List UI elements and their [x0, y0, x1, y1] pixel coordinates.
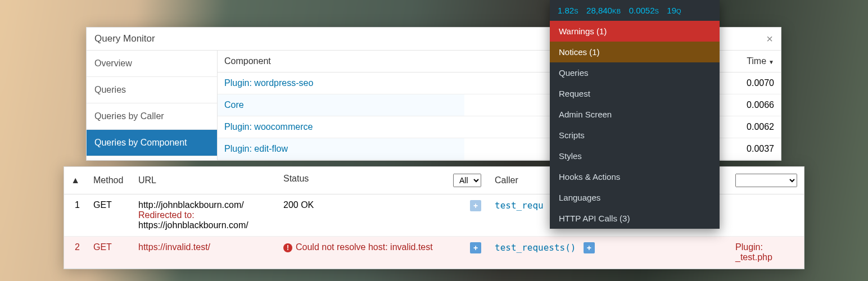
- adminbar-item[interactable]: Styles: [550, 146, 720, 166]
- cell-status: 200 OK +: [277, 194, 488, 237]
- col-time[interactable]: Time▼: [719, 51, 781, 72]
- sidebar-item-queries-by-component[interactable]: Queries by Component: [87, 130, 217, 156]
- component-link[interactable]: Core: [224, 100, 244, 110]
- expand-button[interactable]: +: [584, 242, 595, 253]
- cell-url: https://invalid.test/: [132, 237, 277, 269]
- status-text: Could not resolve host: invalid.test: [296, 242, 433, 252]
- col-sort[interactable]: ▲: [64, 167, 87, 194]
- stat-dbtime: 0.0052S: [629, 6, 659, 15]
- cell-time: 0.0037: [719, 138, 781, 160]
- cell-method: GET: [87, 237, 132, 269]
- sidebar-item-queries-by-caller[interactable]: Queries by Caller: [87, 103, 217, 130]
- cell-url: http://johnblackbourn.com/Redirected to:…: [132, 194, 277, 237]
- error-icon: !: [283, 243, 292, 252]
- component-filter-select[interactable]: [735, 174, 797, 187]
- cell-time: 0.0066: [719, 94, 781, 116]
- cell-time: 0.0062: [719, 116, 781, 138]
- sidebar-item-queries[interactable]: Queries: [87, 77, 217, 103]
- adminbar-item[interactable]: Warnings (1): [550, 21, 720, 42]
- panel-sidebar: Overview Queries Queries by Caller Queri…: [87, 51, 218, 160]
- col-method[interactable]: Method: [87, 167, 132, 194]
- adminbar-item[interactable]: Scripts: [550, 125, 720, 146]
- adminbar-item[interactable]: HTTP API Calls (3): [550, 208, 720, 229]
- col-status[interactable]: Status All: [277, 167, 488, 194]
- table-row: 2 GET https://invalid.test/ !Could not r…: [64, 237, 804, 269]
- component-link[interactable]: Plugin: edit-flow: [224, 144, 288, 153]
- expand-button[interactable]: +: [470, 242, 481, 253]
- stat-queries: 19Q: [667, 6, 681, 15]
- col-url[interactable]: URL: [132, 167, 277, 194]
- row-number: 1: [64, 194, 87, 237]
- row-number: 2: [64, 237, 87, 269]
- stat-time: 1.82S: [558, 6, 578, 15]
- cell-component: Plugin: _test.php: [729, 237, 804, 269]
- redirect-url: https://johnblackbourn.com/: [138, 220, 270, 230]
- adminbar-item[interactable]: Notices (1): [550, 42, 720, 62]
- stat-memory: 28,840KB: [586, 6, 621, 15]
- expand-button[interactable]: +: [470, 200, 481, 211]
- status-filter-select[interactable]: All: [453, 174, 481, 187]
- adminbar-item[interactable]: Request: [550, 83, 720, 104]
- sidebar-item-overview[interactable]: Overview: [87, 51, 217, 77]
- caller-fn[interactable]: test_requ: [495, 200, 544, 211]
- request-url: http://johnblackbourn.com/: [138, 200, 270, 210]
- component-link[interactable]: Plugin: woocommerce: [224, 122, 313, 132]
- close-icon[interactable]: ×: [766, 33, 773, 44]
- cell-status: !Could not resolve host: invalid.test +: [277, 237, 488, 269]
- redirect-label: Redirected to:: [138, 210, 270, 220]
- col-component-select[interactable]: [729, 167, 804, 194]
- col-component[interactable]: Component: [218, 51, 464, 72]
- panel-title: Query Monitor: [94, 33, 155, 44]
- adminbar-dropdown: 1.82S 28,840KB 0.0052S 19Q Warnings (1)N…: [550, 0, 720, 229]
- adminbar-item[interactable]: Queries: [550, 62, 720, 83]
- request-url: https://invalid.test/: [138, 242, 270, 252]
- adminbar-stats[interactable]: 1.82S 28,840KB 0.0052S 19Q: [550, 0, 720, 21]
- cell-method: GET: [87, 194, 132, 237]
- adminbar-item[interactable]: Hooks & Actions: [550, 166, 720, 187]
- component-link[interactable]: Plugin: wordpress-seo: [224, 78, 313, 88]
- cell-time: 0.0070: [719, 72, 781, 94]
- cell-component: [729, 194, 804, 237]
- status-text: 200 OK: [283, 200, 314, 210]
- cell-caller: test_requests() +: [488, 237, 729, 269]
- component-name: Plugin: _test.php: [735, 242, 772, 262]
- adminbar-item[interactable]: Languages: [550, 187, 720, 208]
- sort-icon: ▼: [768, 59, 774, 65]
- caller-fn[interactable]: test_requests(): [495, 242, 576, 253]
- adminbar-item[interactable]: Admin Screen: [550, 104, 720, 125]
